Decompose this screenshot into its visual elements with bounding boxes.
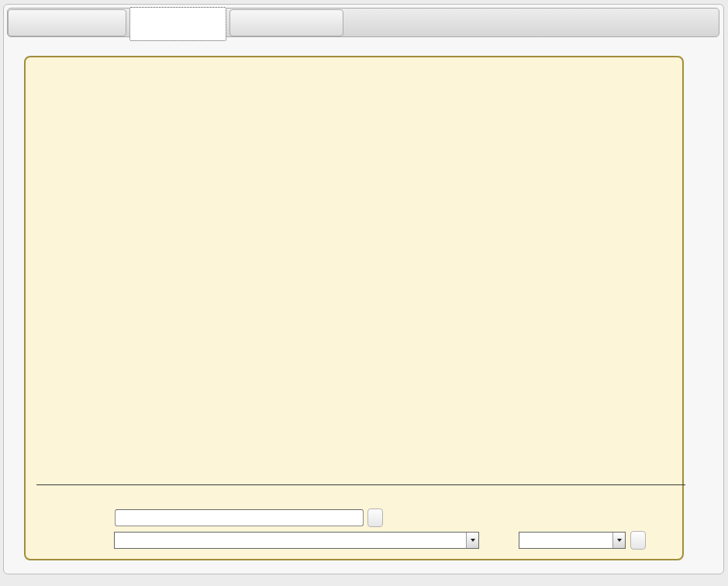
tab-page-layout[interactable] xyxy=(129,7,226,41)
input-field-select[interactable] xyxy=(114,532,479,549)
help-icon[interactable] xyxy=(399,512,411,524)
wrench-icon xyxy=(58,17,71,29)
tab-general-settings[interactable] xyxy=(8,9,126,36)
add-new-group-input[interactable] xyxy=(115,509,364,526)
page-edit-icon xyxy=(169,18,181,30)
add-group-ok-button[interactable] xyxy=(367,508,383,527)
dropdown-arrow-icon xyxy=(466,533,478,548)
modules-icon xyxy=(278,17,290,29)
dropdown-arrow-icon xyxy=(612,533,625,548)
section-divider xyxy=(36,484,685,485)
page-layout-settings-page xyxy=(0,0,728,586)
tab-module-settings[interactable] xyxy=(229,9,343,36)
help-icon[interactable] xyxy=(658,534,671,546)
add-field-ok-button[interactable] xyxy=(630,531,646,550)
group-select[interactable] xyxy=(519,532,626,549)
